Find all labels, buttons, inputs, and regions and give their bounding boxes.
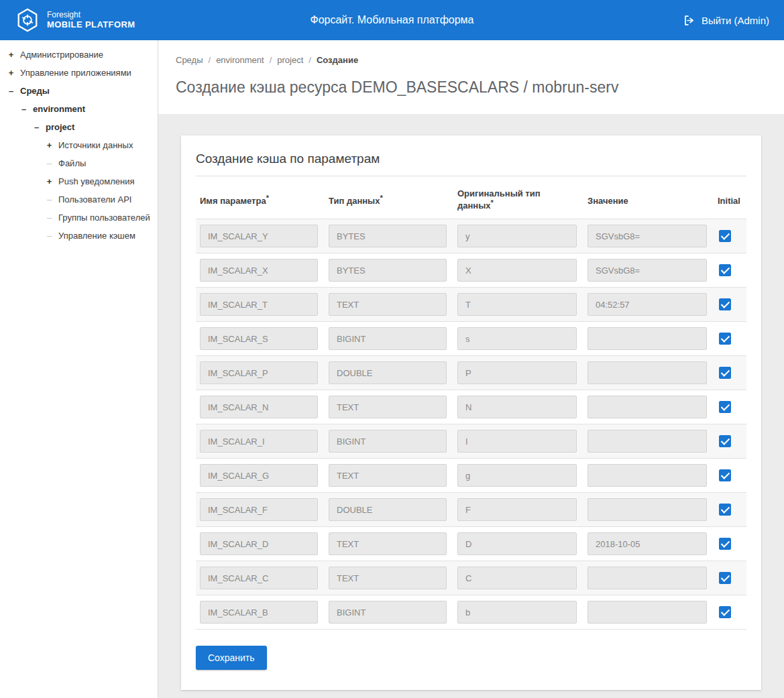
breadcrumb-item[interactable]: Создание <box>303 55 358 65</box>
sidebar-item-label: Среды <box>20 86 50 96</box>
sidebar-item-label: Управление приложениями <box>20 68 131 78</box>
tree-toggle-icon[interactable]: + <box>7 50 15 60</box>
param-value-input <box>587 396 707 418</box>
sidebar-tree: + Администрирование + Управление приложе… <box>0 46 158 245</box>
param-value-input <box>587 464 707 487</box>
tree-toggle-icon[interactable]: + <box>7 68 15 78</box>
sidebar-item[interactable]: – project <box>0 118 158 136</box>
initial-checkbox[interactable] <box>719 572 731 584</box>
param-name-input <box>200 396 318 418</box>
sidebar-item[interactable]: – Файлы <box>0 154 158 172</box>
sidebar-item-label: Файлы <box>58 158 86 168</box>
param-type-input <box>329 293 447 316</box>
initial-checkbox[interactable] <box>719 606 731 618</box>
initial-checkbox[interactable] <box>719 401 731 413</box>
tree-toggle-icon[interactable]: + <box>45 176 54 186</box>
sidebar-item-label: Push уведомления <box>58 176 135 186</box>
column-header: Имя параметра* <box>200 194 318 206</box>
page-head: СредыenvironmentprojectСоздание Создание… <box>158 40 784 114</box>
sidebar-item-label: Пользователи API <box>58 194 131 205</box>
initial-checkbox[interactable] <box>719 333 731 345</box>
param-value-input <box>587 293 707 316</box>
tree-toggle-icon[interactable]: – <box>19 104 28 114</box>
param-name-input <box>200 259 318 282</box>
param-row <box>196 595 746 630</box>
breadcrumb-item[interactable]: project <box>264 55 304 65</box>
breadcrumb-item[interactable]: Среды <box>176 55 203 65</box>
param-value-input <box>587 498 707 521</box>
foresight-logo: Foresight MOBILE PLATFORM <box>15 7 135 33</box>
tree-toggle-icon[interactable]: – <box>45 213 54 223</box>
param-row <box>196 526 746 561</box>
tree-toggle-icon[interactable]: – <box>7 86 15 96</box>
initial-checkbox[interactable] <box>719 367 731 379</box>
save-button[interactable]: Сохранить <box>196 646 267 670</box>
initial-checkbox[interactable] <box>719 538 731 550</box>
required-asterisk: * <box>266 194 269 202</box>
param-original-type-input <box>457 396 577 418</box>
initial-checkbox[interactable] <box>719 264 731 276</box>
initial-checkbox[interactable] <box>719 504 731 516</box>
param-type-input <box>329 498 447 521</box>
initial-checkbox[interactable] <box>719 230 731 242</box>
param-row <box>196 492 746 526</box>
tree-toggle-icon[interactable]: – <box>32 122 41 132</box>
page-title: Создание кэша ресурса DEMO_BASESCALARS /… <box>176 78 767 97</box>
app-header: Foresight MOBILE PLATFORM Форсайт. Мобил… <box>0 0 784 40</box>
param-value-input <box>587 327 707 350</box>
sidebar-item[interactable]: – Пользователи API <box>0 190 158 209</box>
brand-top-label: Foresight <box>47 10 135 19</box>
initial-checkbox[interactable] <box>719 298 731 310</box>
main-area: СредыenvironmentprojectСоздание Создание… <box>158 40 784 698</box>
table-header-row: Имя параметра* Тип данных* Оригинальный … <box>196 176 746 219</box>
param-row <box>196 561 746 595</box>
param-value-input <box>587 225 707 247</box>
column-header-label: Тип данных <box>329 196 380 206</box>
sidebar-item[interactable]: + Источники данных <box>0 136 158 154</box>
breadcrumb: СредыenvironmentprojectСоздание <box>176 55 767 65</box>
tree-toggle-icon[interactable]: + <box>45 140 54 150</box>
param-name-input <box>200 293 318 316</box>
param-original-type-input <box>457 498 577 521</box>
param-row <box>196 355 746 390</box>
tree-toggle-icon[interactable]: – <box>45 231 54 241</box>
sidebar-item-label: Управление кэшем <box>58 231 135 241</box>
initial-checkbox[interactable] <box>719 469 731 481</box>
param-value-input <box>587 430 707 453</box>
param-row <box>196 253 746 287</box>
param-name-input <box>200 225 318 247</box>
sidebar-item[interactable]: – Управление кэшем <box>0 227 158 245</box>
params-table <box>196 219 746 630</box>
breadcrumb-item[interactable]: environment <box>203 55 264 65</box>
logout-button[interactable]: Выйти (Admin) <box>683 14 769 27</box>
param-original-type-input <box>457 225 577 247</box>
param-value-input <box>587 567 707 589</box>
sidebar-item[interactable]: – Среды <box>0 82 158 100</box>
sidebar-item[interactable]: – Группы пользователей <box>0 209 158 227</box>
column-header-label: Значение <box>587 196 628 206</box>
content-scroll-area[interactable]: Создание кэша по параметрам Имя параметр… <box>158 114 784 698</box>
param-name-input <box>200 601 318 624</box>
param-type-input <box>329 259 447 282</box>
initial-checkbox[interactable] <box>719 435 731 447</box>
tree-toggle-icon[interactable]: – <box>45 158 54 168</box>
column-header: Initial <box>718 194 742 206</box>
param-original-type-input <box>457 464 577 487</box>
param-original-type-input <box>457 532 577 555</box>
sidebar-item[interactable]: + Push уведомления <box>0 172 158 190</box>
column-header-label: Initial <box>718 196 740 206</box>
sidebar-item[interactable]: – environment <box>0 100 158 118</box>
param-row <box>196 321 746 355</box>
param-original-type-input <box>457 293 577 316</box>
foresight-logo-icon <box>15 7 40 33</box>
sidebar: + Администрирование + Управление приложе… <box>0 40 158 698</box>
cache-params-card: Создание кэша по параметрам Имя параметр… <box>181 135 761 690</box>
sidebar-item[interactable]: + Управление приложениями <box>0 64 158 82</box>
tree-toggle-icon[interactable]: – <box>45 194 54 205</box>
param-row <box>196 219 746 253</box>
sidebar-item[interactable]: + Администрирование <box>0 46 158 64</box>
param-original-type-input <box>457 361 577 384</box>
param-name-input <box>200 430 318 453</box>
column-header: Тип данных* <box>329 194 447 206</box>
param-type-input <box>329 327 447 350</box>
